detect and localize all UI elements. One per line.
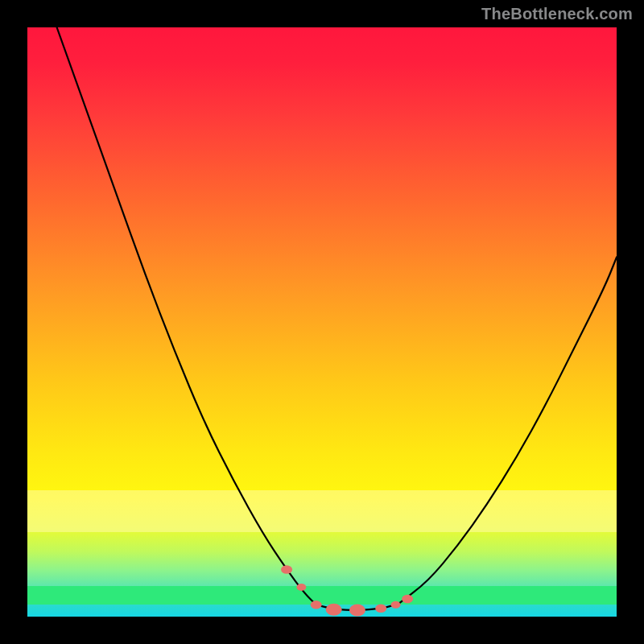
marker-point (296, 584, 306, 591)
marker-point (402, 595, 413, 604)
plot-area (27, 27, 617, 617)
bottleneck-curve (57, 27, 617, 610)
marker-point (281, 565, 292, 574)
curve-layer (27, 27, 617, 617)
marker-point (375, 605, 386, 613)
marker-point (391, 601, 401, 609)
marker-point (326, 604, 342, 616)
marker-point (311, 601, 322, 609)
chart-frame: TheBottleneck.com (0, 0, 644, 644)
marker-point (349, 604, 365, 616)
watermark-text: TheBottleneck.com (481, 5, 633, 23)
